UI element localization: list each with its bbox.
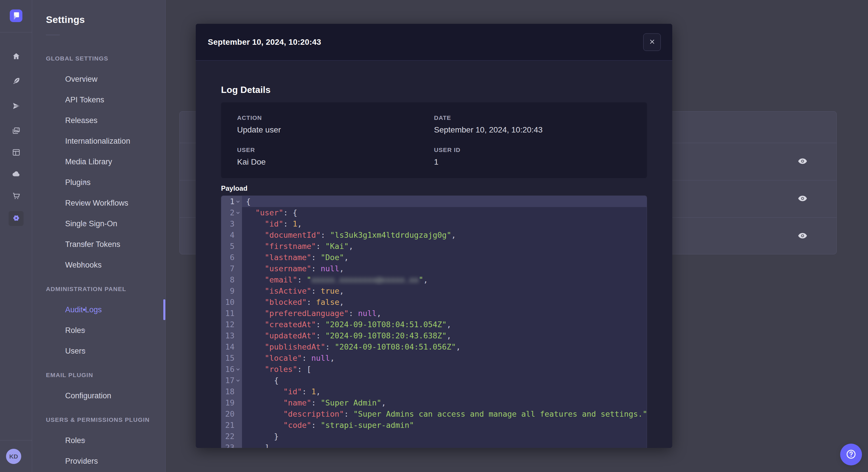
strapi-admin-app: KD Settings GLOBAL SETTINGSOverviewAPI T… bbox=[0, 0, 868, 472]
modal-header: September 10, 2024, 10:20:43 bbox=[196, 24, 672, 61]
line-number: 7 bbox=[221, 263, 242, 274]
line-number: 1 bbox=[221, 196, 242, 207]
line-number: 3 bbox=[221, 218, 242, 229]
code-text: "code": "strapi-super-admin" bbox=[242, 419, 647, 431]
code-line: 14 "publishedAt": "2024-09-10T08:04:51.0… bbox=[221, 341, 647, 352]
line-number: 20 bbox=[221, 408, 242, 419]
line-number: 23 bbox=[221, 442, 242, 448]
detail-value: Kai Doe bbox=[237, 158, 434, 166]
code-line: 12 "createdAt": "2024-09-10T08:04:51.054… bbox=[221, 319, 647, 330]
detail-field: ACTIONUpdate user bbox=[237, 114, 434, 134]
detail-value: Update user bbox=[237, 126, 434, 134]
line-number: 9 bbox=[221, 285, 242, 297]
line-number: 15 bbox=[221, 352, 242, 364]
code-text: "username": null, bbox=[242, 263, 647, 274]
code-line: 22 } bbox=[221, 431, 647, 442]
code-text: { bbox=[242, 196, 647, 207]
code-text: "user": { bbox=[242, 207, 647, 218]
code-text: "locale": null, bbox=[242, 352, 647, 364]
line-number: 6 bbox=[221, 252, 242, 263]
code-line: 13 "updatedAt": "2024-09-10T08:20:43.638… bbox=[221, 330, 647, 341]
line-number: 4 bbox=[221, 229, 242, 241]
close-button[interactable] bbox=[643, 33, 661, 51]
code-line: 21 "code": "strapi-super-admin" bbox=[221, 419, 647, 431]
code-line: 15 "locale": null, bbox=[221, 352, 647, 364]
log-details-modal: September 10, 2024, 10:20:43 Log Details… bbox=[196, 24, 672, 448]
line-number: 22 bbox=[221, 431, 242, 442]
code-text: "lastname": "Doe", bbox=[242, 252, 647, 263]
code-line: 20 "description": "Super Admins can acce… bbox=[221, 408, 647, 419]
code-text: "createdAt": "2024-09-10T08:04:51.054Z", bbox=[242, 319, 647, 330]
line-number: 5 bbox=[221, 241, 242, 252]
code-line: 8 "email": "xxxxx.xxxxxxxx@xxxxx.xx", bbox=[221, 274, 647, 285]
line-number: 12 bbox=[221, 319, 242, 330]
code-line: 10 "blocked": false, bbox=[221, 297, 647, 308]
line-number: 10 bbox=[221, 297, 242, 308]
line-number: 8 bbox=[221, 274, 242, 285]
code-text: "preferedLanguage": null, bbox=[242, 308, 647, 319]
fold-chevron-icon[interactable] bbox=[236, 375, 241, 386]
detail-field: USERKai Doe bbox=[237, 146, 434, 166]
code-line: 4 "documentId": "ls3uk3g1xm4ltdrdugzajg0… bbox=[221, 229, 647, 241]
code-text: } bbox=[242, 431, 647, 442]
payload-label: Payload bbox=[221, 185, 647, 192]
code-line: 2 "user": { bbox=[221, 207, 647, 218]
code-text: ] bbox=[242, 442, 647, 448]
line-number: 16 bbox=[221, 364, 242, 375]
code-text: "description": "Super Admins can access … bbox=[242, 408, 647, 419]
code-text: "isActive": true, bbox=[242, 285, 647, 297]
detail-label: ACTION bbox=[237, 114, 434, 121]
detail-label: USER ID bbox=[434, 146, 631, 154]
line-number: 13 bbox=[221, 330, 242, 341]
fold-chevron-icon[interactable] bbox=[236, 207, 241, 218]
code-line: 7 "username": null, bbox=[221, 263, 647, 274]
log-details-card: ACTIONUpdate userDATESeptember 10, 2024,… bbox=[221, 102, 647, 178]
line-number: 19 bbox=[221, 397, 242, 408]
detail-field: USER ID1 bbox=[434, 146, 631, 166]
code-text: "id": 1, bbox=[242, 386, 647, 397]
code-line: 19 "name": "Super Admin", bbox=[221, 397, 647, 408]
code-line: 5 "firstname": "Kai", bbox=[221, 241, 647, 252]
detail-field: DATESeptember 10, 2024, 10:20:43 bbox=[434, 114, 631, 134]
code-line: 23 ] bbox=[221, 442, 647, 448]
code-text: "id": 1, bbox=[242, 218, 647, 229]
line-number: 17 bbox=[221, 375, 242, 386]
line-number: 14 bbox=[221, 341, 242, 352]
code-line: 11 "preferedLanguage": null, bbox=[221, 308, 647, 319]
fold-chevron-icon[interactable] bbox=[236, 364, 241, 375]
fold-chevron-icon[interactable] bbox=[236, 196, 241, 207]
line-number: 18 bbox=[221, 386, 242, 397]
code-text: "email": "xxxxx.xxxxxxxx@xxxxx.xx", bbox=[242, 274, 647, 285]
code-text: "blocked": false, bbox=[242, 297, 647, 308]
code-text: "updatedAt": "2024-09-10T08:20:43.638Z", bbox=[242, 330, 647, 341]
line-number: 2 bbox=[221, 207, 242, 218]
code-text: "firstname": "Kai", bbox=[242, 241, 647, 252]
code-line: 9 "isActive": true, bbox=[221, 285, 647, 297]
log-details-title: Log Details bbox=[221, 83, 647, 97]
code-line: 18 "id": 1, bbox=[221, 386, 647, 397]
code-text: "roles": [ bbox=[242, 364, 647, 375]
code-text: { bbox=[242, 375, 647, 386]
detail-label: USER bbox=[237, 146, 434, 154]
code-text: "name": "Super Admin", bbox=[242, 397, 647, 408]
modal-body: Log Details ACTIONUpdate userDATESeptemb… bbox=[196, 61, 672, 448]
line-number: 21 bbox=[221, 419, 242, 431]
code-text: "publishedAt": "2024-09-10T08:04:51.056Z… bbox=[242, 341, 647, 352]
code-line: 6 "lastname": "Doe", bbox=[221, 252, 647, 263]
modal-title: September 10, 2024, 10:20:43 bbox=[208, 38, 321, 47]
code-line: 3 "id": 1, bbox=[221, 218, 647, 229]
payload-code-editor[interactable]: 1{2 "user": {3 "id": 1,4 "documentId": "… bbox=[221, 196, 647, 448]
code-text: "documentId": "ls3uk3g1xm4ltdrdugzajg0g"… bbox=[242, 229, 647, 241]
code-line: 1{ bbox=[221, 196, 647, 207]
detail-label: DATE bbox=[434, 114, 631, 121]
line-number: 11 bbox=[221, 308, 242, 319]
close-icon bbox=[649, 38, 656, 46]
detail-value: September 10, 2024, 10:20:43 bbox=[434, 126, 631, 134]
detail-value: 1 bbox=[434, 158, 631, 166]
code-line: 17 { bbox=[221, 375, 647, 386]
code-line: 16 "roles": [ bbox=[221, 364, 647, 375]
